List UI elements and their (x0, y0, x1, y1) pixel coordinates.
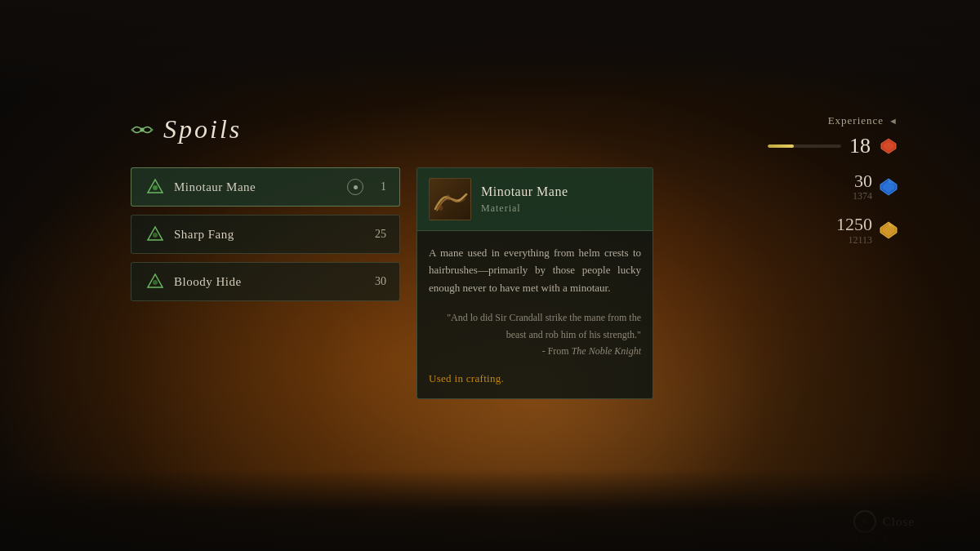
list-item[interactable]: Sharp Fang 25 (131, 215, 400, 254)
item-quantity-minotaur-mane: 1 (370, 180, 386, 193)
detail-header: Minotaur Mane Material (417, 168, 653, 231)
list-item[interactable]: Bloody Hide 30 (131, 262, 400, 301)
list-item[interactable]: Minotaur Mane 1 (131, 167, 400, 207)
item-image (429, 178, 471, 220)
item-quantity-bloody-hide: 30 (370, 275, 386, 288)
detail-description: A mane used in everything from helm cres… (429, 244, 641, 296)
svg-point-1 (131, 128, 134, 131)
main-content: Minotaur Mane 1 Sharp Fang 25 (131, 167, 849, 399)
svg-point-4 (153, 185, 158, 190)
item-name-sharp-fang: Sharp Fang (174, 228, 362, 242)
quote-text: "And lo did Sir Crandall strike the mane… (447, 312, 641, 340)
svg-point-6 (153, 233, 158, 238)
page-title: Spoils (163, 114, 242, 144)
spoils-header: Spoils (131, 114, 849, 144)
svg-point-2 (151, 128, 154, 131)
item-icon-minotaur-mane (145, 176, 166, 198)
detail-crafting: Used in crafting. (429, 372, 641, 385)
item-quantity-sharp-fang: 25 (370, 228, 386, 241)
detail-item-info: Minotaur Mane Material (481, 184, 568, 215)
svg-point-0 (140, 127, 145, 131)
item-name-bloody-hide: Bloody Hide (174, 275, 362, 289)
svg-point-8 (153, 280, 158, 285)
spoils-icon (131, 118, 154, 141)
quote-source: - From The Noble Knight (542, 345, 641, 357)
item-name-minotaur-mane: Minotaur Mane (174, 180, 339, 194)
quote-source-italic: The Noble Knight (572, 345, 641, 357)
detail-item-type: Material (481, 202, 568, 215)
detail-panel: Minotaur Mane Material A mane used in ev… (416, 167, 653, 399)
detail-body: A mane used in everything from helm cres… (417, 231, 653, 398)
item-new-indicator (347, 179, 363, 195)
item-icon-bloody-hide (145, 271, 166, 292)
detail-item-name: Minotaur Mane (481, 184, 568, 199)
detail-quote: "And lo did Sir Crandall strike the mane… (429, 309, 641, 359)
item-icon-sharp-fang (145, 224, 166, 245)
item-qty-wrap: 1 (347, 179, 386, 195)
item-dot (354, 185, 358, 189)
svg-point-10 (445, 194, 451, 201)
item-list: Minotaur Mane 1 Sharp Fang 25 (131, 167, 400, 301)
